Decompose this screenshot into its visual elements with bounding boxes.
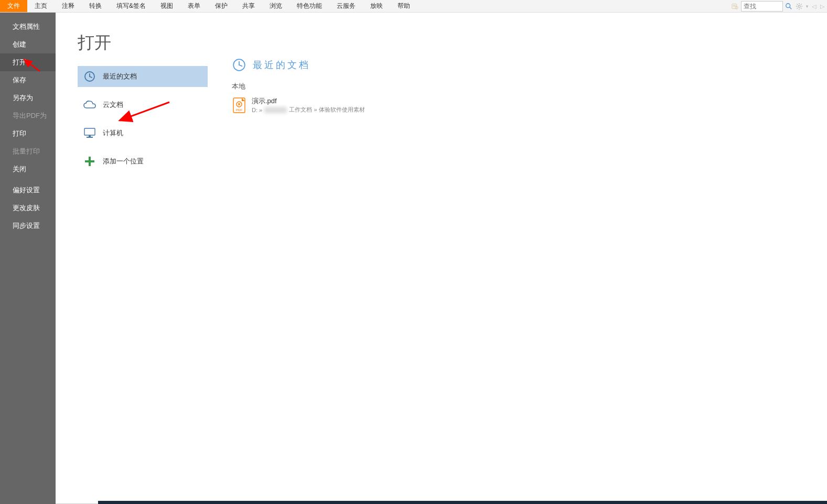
sidebar-item-close[interactable]: 关闭 [0,160,56,178]
menu-tab-browse[interactable]: 浏览 [262,0,289,12]
recent-file-item[interactable]: PDF 演示.pdf D: » ████ 工作文档 » 体验软件使用素材 [232,95,817,115]
svg-text:PDF: PDF [236,108,242,112]
sidebar-item-open[interactable]: 打开 [0,53,56,71]
svg-rect-22 [85,160,94,162]
page-title: 打开 [78,31,213,54]
location-cloud[interactable]: 云文档 [78,94,208,115]
svg-rect-20 [87,137,93,138]
sidebar-item-create[interactable]: 创建 [0,36,56,53]
svg-line-17 [90,76,92,78]
clock-icon [232,58,246,72]
sidebar-item-save[interactable]: 保存 [0,71,56,89]
menu-tab-view[interactable]: 视图 [153,0,180,12]
svg-line-13 [797,8,798,8]
nav-next-icon[interactable]: ▷ [819,1,826,12]
menu-tab-features[interactable]: 特色功能 [289,0,329,12]
location-add[interactable]: 添加一个位置 [78,151,208,172]
location-label: 云文档 [103,100,123,109]
svg-line-25 [239,65,242,66]
menu-tab-help[interactable]: 帮助 [390,0,417,12]
computer-icon [83,126,96,140]
settings-gear-icon[interactable] [794,2,804,11]
svg-point-6 [798,5,800,7]
pdf-file-icon: PDF [232,97,246,114]
menu-tab-cloud[interactable]: 云服务 [329,0,363,12]
menu-tab-home[interactable]: 主页 [27,0,55,12]
menu-tab-fill-sign[interactable]: 填写&签名 [109,0,153,12]
menu-tab-annotate[interactable]: 注释 [55,0,82,12]
section-local-label: 本地 [232,82,817,91]
file-sidebar: 文档属性 创建 打开 保存 另存为 导出PDF为 打印 批量打印 关闭 偏好设置… [0,13,56,504]
taskbar-strip [98,501,827,504]
menu-tab-convert[interactable]: 转换 [82,0,109,12]
svg-rect-18 [84,128,95,135]
location-label: 添加一个位置 [103,157,144,166]
sidebar-item-sync[interactable]: 同步设置 [0,217,56,235]
menu-tab-slideshow[interactable]: 放映 [363,0,390,12]
sidebar-item-preferences[interactable]: 偏好设置 [0,181,56,199]
content-title: 最近的文档 [253,59,310,71]
menubar: 文件 主页 注释 转换 填写&签名 视图 表单 保护 共享 浏览 特色功能 云服… [0,0,827,13]
menu-tab-forms[interactable]: 表单 [180,0,208,12]
svg-line-5 [790,7,792,9]
svg-line-11 [797,4,798,5]
search-input[interactable] [741,1,783,12]
sidebar-item-print[interactable]: 打印 [0,125,56,143]
sidebar-item-properties[interactable]: 文档属性 [0,18,56,36]
cloud-icon [83,98,96,112]
location-label: 最近的文档 [103,72,137,81]
svg-line-14 [801,4,801,5]
svg-point-4 [786,4,790,8]
recent-files-panel: 最近的文档 本地 PDF 演示.pdf D: » ████ 工作文档 » 体验软… [213,13,827,503]
sidebar-item-skin[interactable]: 更改皮肤 [0,199,56,217]
nav-prev-icon[interactable]: ◁ [810,1,818,12]
menu-tab-share[interactable]: 共享 [235,0,262,12]
file-path: D: » ████ 工作文档 » 体验软件使用素材 [252,106,365,114]
svg-line-12 [801,8,801,8]
menu-tab-protect[interactable]: 保护 [208,0,235,12]
open-locations-panel: 打开 最近的文档 云文档 [56,13,213,503]
sidebar-item-save-as[interactable]: 另存为 [0,89,56,107]
svg-rect-19 [89,135,91,137]
search-button-icon[interactable] [784,2,793,11]
plus-icon [83,155,96,168]
sidebar-item-export-pdf: 导出PDF为 [0,107,56,125]
menu-tab-file[interactable]: 文件 [0,0,27,12]
location-recent[interactable]: 最近的文档 [78,66,208,87]
location-label: 计算机 [103,128,123,138]
location-computer[interactable]: 计算机 [78,123,208,144]
search-text-icon [731,2,740,11]
sidebar-item-batch-print: 批量打印 [0,143,56,160]
clock-icon [83,70,96,83]
file-name: 演示.pdf [252,96,365,106]
